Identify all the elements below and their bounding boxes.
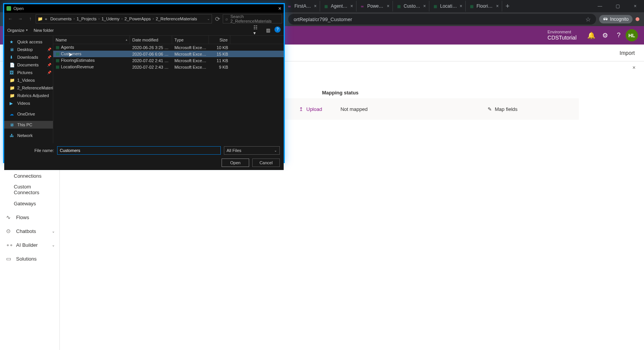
- tree-quick-access[interactable]: ★Quick access: [4, 38, 53, 46]
- dialog-toolbar: Organize ▾ New folder ☷ ▾ ▥ ?: [4, 25, 284, 36]
- env-name: CDSTutorial: [547, 35, 577, 41]
- settings-gear-icon[interactable]: ⚙: [598, 28, 612, 42]
- file-row-agents[interactable]: ▦Agents 2020-06-26 3:25 PM Microsoft Exc…: [53, 44, 284, 51]
- new-folder-button[interactable]: New folder: [34, 28, 54, 33]
- search-box[interactable]: ⌕ Search 2_ReferenceMaterials: [223, 14, 282, 23]
- minimize-button[interactable]: —: [591, 0, 609, 12]
- tree-rubrics[interactable]: 📁Rubrics Adjusted: [4, 92, 53, 99]
- crumb-refmat[interactable]: 2_ReferenceMaterials: [154, 17, 198, 21]
- dialog-close-icon[interactable]: ×: [278, 5, 281, 12]
- help-icon[interactable]: ?: [612, 28, 626, 42]
- refresh-button[interactable]: ⟳: [213, 14, 222, 23]
- nav-gateways[interactable]: Gateways: [0, 196, 59, 210]
- tab-close-icon[interactable]: ×: [314, 3, 317, 9]
- excel-icon: ▦: [469, 3, 474, 9]
- help-button[interactable]: ?: [274, 26, 281, 33]
- incognito-badge[interactable]: 🕶 Incognito: [599, 15, 632, 23]
- tree-refmat[interactable]: 📁2_ReferenceMateria: [4, 84, 53, 92]
- excel-file-icon: ▦: [56, 45, 59, 50]
- tree-network[interactable]: 🖧Network: [4, 132, 53, 139]
- crumb-documents[interactable]: Documents: [49, 17, 73, 21]
- url-box[interactable]: ortReplat/cr799_Customer ☆: [288, 14, 596, 25]
- cancel-button[interactable]: Cancel: [252, 158, 280, 167]
- close-window-button[interactable]: ×: [626, 0, 644, 12]
- file-row-customers[interactable]: ▦Customers 2020-07-06 6:06 PM Microsoft …: [53, 51, 284, 57]
- nav-solutions[interactable]: ▭Solutions: [0, 252, 59, 266]
- dialog-titlebar[interactable]: Open ×: [4, 4, 284, 13]
- close-panel-icon[interactable]: ×: [632, 64, 636, 71]
- upload-button[interactable]: ↥ Upload: [299, 106, 322, 112]
- tab-close-icon[interactable]: ×: [460, 3, 462, 9]
- history-dropdown-icon[interactable]: ⌄: [207, 17, 210, 21]
- tree-downloads[interactable]: ⬇Downloads📌: [4, 53, 53, 61]
- profile-dot[interactable]: [636, 17, 639, 21]
- upload-label: Upload: [306, 106, 322, 112]
- file-row-flooring[interactable]: ▦FlooringEstimates 2020-07-02 2:41 PM Mi…: [53, 57, 284, 64]
- file-list-header: Name▴ Date modified Type Size: [53, 36, 284, 44]
- tree-videos[interactable]: ▶Videos: [4, 99, 53, 107]
- nav-custom-connectors[interactable]: Custom Connectors: [0, 183, 59, 196]
- tab-close-icon[interactable]: ×: [423, 3, 426, 9]
- tab-close-icon[interactable]: ×: [350, 3, 353, 9]
- nav-flows[interactable]: ∿Flows: [0, 210, 59, 224]
- new-tab-button[interactable]: +: [502, 2, 513, 10]
- search-placeholder: Search 2_ReferenceMaterials: [230, 14, 279, 23]
- notifications-icon[interactable]: 🔔: [584, 28, 598, 42]
- user-avatar[interactable]: HL: [626, 29, 638, 41]
- preview-pane-button[interactable]: ▥: [264, 26, 272, 34]
- onedrive-icon: ☁: [10, 112, 15, 117]
- chevron-down-icon: ⌄: [52, 229, 55, 233]
- map-fields-button[interactable]: ✎ Map fields: [488, 106, 518, 112]
- pin-icon: 📌: [47, 71, 51, 74]
- mapping-status-text: Not mapped: [340, 106, 368, 112]
- tab-customer[interactable]: ▦ Customer ×: [393, 1, 429, 12]
- filetype-select[interactable]: All Files ⌄: [224, 146, 280, 155]
- tab-close-icon[interactable]: ×: [387, 3, 389, 9]
- tree-onedrive[interactable]: ☁OneDrive: [4, 110, 53, 118]
- back-button[interactable]: ←: [6, 14, 15, 23]
- col-date[interactable]: Date modified: [130, 36, 172, 44]
- tab-agents[interactable]: ▦ Agents.xls ×: [320, 1, 356, 12]
- crumb-projects[interactable]: 1_Projects: [76, 17, 98, 21]
- col-type[interactable]: Type: [172, 36, 209, 44]
- filename-input[interactable]: [57, 146, 221, 155]
- tree-documents[interactable]: 📄Documents📌: [4, 61, 53, 69]
- flows-icon: ∿: [6, 214, 12, 220]
- pin-icon: 📌: [47, 48, 51, 51]
- tab-close-icon[interactable]: ×: [496, 3, 499, 9]
- file-row-location[interactable]: ▦LocationRevenue 2020-07-02 2:43 PM Micr…: [53, 64, 284, 70]
- tree-pictures[interactable]: 🖼Pictures📌: [4, 69, 53, 76]
- powerapps-icon: ∞: [287, 3, 292, 9]
- up-button[interactable]: ↑: [26, 14, 35, 23]
- tab-powerapp[interactable]: ∞ PowerApp ×: [356, 1, 393, 12]
- organize-button[interactable]: Organize ▾: [7, 28, 28, 33]
- pin-icon: 📌: [47, 55, 51, 59]
- col-size[interactable]: Size: [209, 36, 230, 44]
- crumb-udemy[interactable]: 1_Udemy: [100, 17, 121, 21]
- excel-icon: ▦: [432, 3, 438, 9]
- excel-icon: ▦: [396, 3, 401, 9]
- breadcrumb[interactable]: 📁 « Documents› 1_Projects› 1_Udemy› 2_Po…: [36, 14, 212, 23]
- view-options-button[interactable]: ☷ ▾: [253, 26, 261, 34]
- forward-button[interactable]: →: [16, 14, 25, 23]
- col-name[interactable]: Name▴: [53, 36, 130, 44]
- tab-firstapp[interactable]: ∞ FirstApp1 ×: [284, 1, 320, 12]
- solutions-icon: ▭: [6, 256, 12, 262]
- bookmark-star-icon[interactable]: ☆: [585, 16, 591, 23]
- tab-location[interactable]: ▦ LocationR ×: [429, 1, 466, 12]
- nav-ai-builder[interactable]: ∘∘AI Builder⌄: [0, 238, 59, 252]
- tree-desktop[interactable]: 🖥Desktop📌: [4, 46, 53, 53]
- maximize-button[interactable]: ▢: [609, 0, 626, 12]
- nav-connections[interactable]: Connections: [0, 169, 59, 183]
- tree-this-pc[interactable]: 🖥This PC: [4, 121, 53, 129]
- environment-picker[interactable]: Environment CDSTutorial: [547, 30, 577, 41]
- import-button[interactable]: Import: [619, 50, 635, 56]
- tree-1videos[interactable]: 📁1_Videos: [4, 76, 53, 84]
- folder-tree: ★Quick access 🖥Desktop📌 ⬇Downloads📌 📄Doc…: [4, 36, 53, 143]
- folder-icon: 📁: [38, 17, 43, 21]
- nav-chatbots[interactable]: ⊙Chatbots⌄: [0, 224, 59, 238]
- powerapps-icon: ∞: [360, 3, 365, 9]
- open-button[interactable]: Open: [222, 158, 249, 167]
- crumb-powerapps[interactable]: 2_PowerApps: [123, 17, 152, 21]
- tab-flooring[interactable]: ▦ FlooringE ×: [466, 1, 502, 12]
